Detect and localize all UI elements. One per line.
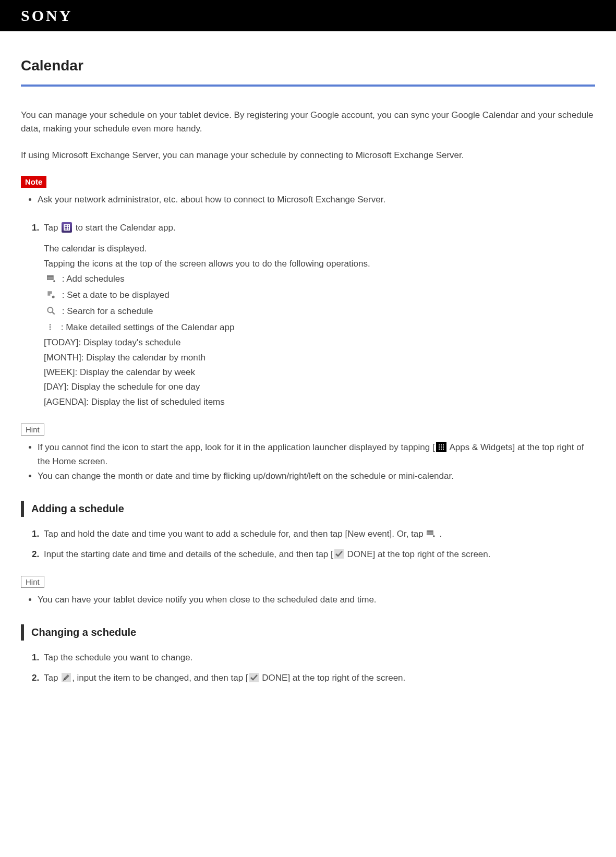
svg-rect-10 — [50, 329, 51, 330]
calendar-app-icon — [62, 222, 72, 233]
add-schedule-icon-2 — [426, 528, 436, 539]
hint-1-item-1: If you cannot find the icon to start the… — [38, 441, 595, 468]
icon-line-overflow: : Make detailed settings of the Calendar… — [44, 320, 595, 335]
week-line: [WEEK]: Display the calendar by week — [44, 366, 595, 379]
icon-line-search: : Search for a schedule — [44, 304, 595, 319]
set-date-icon — [46, 289, 56, 300]
note-item: Ask your network administrator, etc. abo… — [38, 193, 595, 207]
changing-step-1: Tap the schedule you want to change. — [42, 651, 595, 665]
hint-2-item-1: You can have your tablet device notify y… — [38, 593, 595, 607]
day-line: [DAY]: Display the schedule for one day — [44, 380, 595, 394]
step-1-tapping: Tapping the icons at the top of the scre… — [44, 257, 595, 271]
hint-badge-1: Hint — [21, 424, 44, 436]
adding-step-1b: . — [439, 529, 442, 539]
step-1-pre: Tap — [44, 223, 61, 233]
main-steps: Tap to start the Calendar app. The calen… — [21, 221, 595, 409]
changing-step-2a: Tap — [44, 673, 61, 683]
apps-grid-icon — [436, 442, 446, 452]
svg-rect-9 — [50, 326, 51, 328]
agenda-line: [AGENDA]: Display the list of scheduled … — [44, 395, 595, 409]
changing-steps: Tap the schedule you want to change. Tap… — [21, 651, 595, 685]
svg-rect-8 — [50, 324, 51, 325]
section-changing: Changing a schedule — [21, 624, 595, 641]
adding-step-1a: Tap and hold the date and time you want … — [44, 529, 426, 539]
check-done-icon-2 — [249, 673, 259, 682]
svg-line-7 — [52, 311, 55, 314]
icon-line-add: : Add schedules — [44, 272, 595, 287]
hint-1-list: If you cannot find the icon to start the… — [21, 441, 595, 483]
hint-2-list: You can have your tablet device notify y… — [21, 593, 595, 607]
today-line: [TODAY]: Display today's schedule — [44, 336, 595, 349]
title-underline — [21, 85, 595, 87]
overflow-icon — [46, 322, 55, 332]
changing-step-2b: , input the item to be changed, and then… — [72, 673, 248, 683]
page-title: Calendar — [21, 57, 595, 74]
changing-step-2c: DONE] at the top right of the screen. — [260, 673, 406, 683]
step-1-displayed: The calendar is displayed. — [44, 242, 595, 256]
month-line: [MONTH]: Display the calendar by month — [44, 351, 595, 365]
intro-paragraph-1: You can manage your schedule on your tab… — [21, 108, 595, 135]
content: Calendar You can manage your schedule on… — [0, 31, 616, 720]
svg-marker-4 — [47, 291, 52, 295]
note-badge: Note — [21, 176, 46, 188]
step-1: Tap to start the Calendar app. The calen… — [42, 221, 595, 409]
adding-step-2: Input the starting date and time and det… — [42, 548, 595, 561]
header: SONY — [0, 0, 616, 31]
changing-step-2: Tap , input the item to be changed, and … — [42, 671, 595, 685]
logo: SONY — [21, 7, 73, 25]
adding-step-2b: DONE] at the top right of the screen. — [345, 549, 491, 559]
note-list: Ask your network administrator, etc. abo… — [21, 193, 595, 207]
svg-point-5 — [52, 295, 55, 298]
adding-step-2a: Input the starting date and time and det… — [44, 549, 333, 559]
section-adding: Adding a schedule — [21, 501, 595, 517]
hint-1-item-1a: If you cannot find the icon to start the… — [38, 442, 435, 452]
icon-line-date: : Set a date to be displayed — [44, 288, 595, 303]
icon-add-text: : Add schedules — [59, 274, 125, 284]
check-done-icon — [334, 549, 344, 559]
search-icon — [46, 306, 56, 316]
icon-search-text: : Search for a schedule — [59, 306, 153, 316]
adding-steps: Tap and hold the date and time you want … — [21, 527, 595, 561]
pencil-icon — [62, 673, 71, 682]
svg-rect-1 — [47, 275, 54, 277]
icon-overflow-text: : Make detailed settings of the Calendar… — [58, 322, 234, 332]
hint-1-item-2: You can change the month or date and tim… — [38, 469, 595, 483]
svg-rect-12 — [427, 530, 433, 532]
adding-step-1: Tap and hold the date and time you want … — [42, 527, 595, 541]
icon-date-text: : Set a date to be displayed — [59, 290, 170, 300]
hint-badge-2: Hint — [21, 576, 44, 588]
step-1-post: to start the Calendar app. — [73, 223, 176, 233]
intro-paragraph-2: If using Microsoft Exchange Server, you … — [21, 149, 595, 162]
add-schedule-icon — [46, 273, 56, 284]
